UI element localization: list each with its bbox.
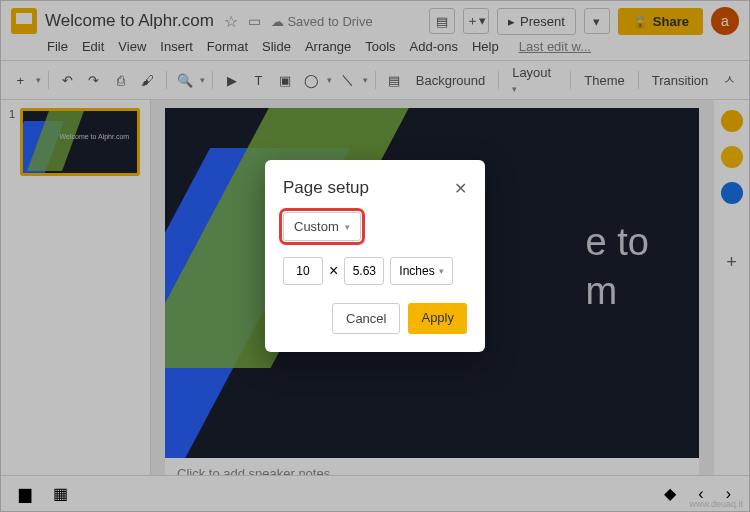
- apply-button[interactable]: Apply: [408, 303, 467, 334]
- page-setup-dialog: Page setup ✕ Custom▾ × Inches▾ Cancel Ap…: [265, 160, 485, 352]
- dialog-title: Page setup: [283, 178, 369, 198]
- unit-dropdown[interactable]: Inches▾: [390, 257, 452, 285]
- times-icon: ×: [329, 262, 338, 280]
- page-preset-dropdown[interactable]: Custom▾: [283, 212, 361, 241]
- cancel-button[interactable]: Cancel: [332, 303, 400, 334]
- modal-overlay: Page setup ✕ Custom▾ × Inches▾ Cancel Ap…: [1, 1, 749, 511]
- close-icon[interactable]: ✕: [454, 179, 467, 198]
- watermark: www.deuaq.it: [689, 499, 743, 509]
- height-input[interactable]: [344, 257, 384, 285]
- width-input[interactable]: [283, 257, 323, 285]
